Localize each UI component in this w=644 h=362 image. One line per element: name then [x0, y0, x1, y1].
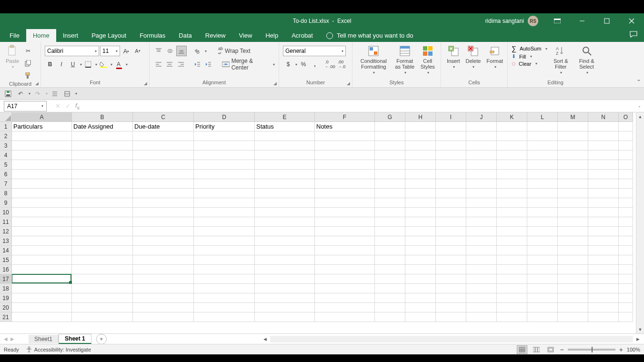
cell[interactable] [558, 284, 588, 293]
cell[interactable] [497, 293, 527, 303]
cell[interactable] [194, 189, 255, 198]
row-header[interactable]: 16 [0, 265, 12, 274]
cell[interactable] [133, 293, 194, 303]
cell[interactable] [315, 265, 375, 274]
tab-home[interactable]: Home [26, 29, 56, 42]
cell[interactable] [588, 170, 619, 179]
cell[interactable] [315, 255, 375, 265]
cell[interactable] [12, 141, 72, 151]
increase-decimal-button[interactable]: .0←.00 [325, 59, 335, 70]
cell[interactable] [527, 236, 558, 246]
cell[interactable] [466, 141, 497, 151]
zoom-slider[interactable] [568, 349, 615, 351]
sheet-nav-next[interactable]: ▶ [10, 336, 14, 342]
cell[interactable] [255, 217, 315, 227]
italic-button[interactable]: I [56, 59, 67, 70]
cell[interactable] [194, 312, 255, 322]
cell[interactable] [375, 293, 405, 303]
redo-button[interactable]: ↷ [32, 89, 43, 99]
comments-icon[interactable] [623, 28, 644, 42]
cell[interactable] [375, 312, 405, 322]
cell[interactable] [405, 303, 436, 312]
cell[interactable] [194, 160, 255, 170]
cell[interactable] [436, 284, 466, 293]
cell[interactable] [619, 255, 633, 265]
cell[interactable] [527, 122, 558, 131]
cell[interactable] [133, 179, 194, 189]
cell[interactable] [436, 265, 466, 274]
cell[interactable] [466, 274, 497, 284]
cell[interactable] [255, 312, 315, 322]
cell[interactable] [588, 274, 619, 284]
column-header[interactable]: B [72, 112, 133, 122]
cell[interactable] [375, 246, 405, 255]
align-left-button[interactable] [153, 59, 164, 70]
cell[interactable] [497, 255, 527, 265]
cell[interactable] [588, 179, 619, 189]
accounting-format-button[interactable]: $ [283, 59, 293, 70]
cell[interactable] [315, 170, 375, 179]
column-header[interactable]: F [315, 112, 375, 122]
cell[interactable] [133, 284, 194, 293]
cell[interactable] [527, 227, 558, 236]
cell[interactable] [527, 170, 558, 179]
cell[interactable] [72, 131, 133, 141]
cell[interactable] [527, 274, 558, 284]
tell-me-search[interactable]: Tell me what you want to do [326, 32, 413, 42]
cell[interactable] [12, 170, 72, 179]
cell[interactable] [497, 151, 527, 160]
cell[interactable] [497, 265, 527, 274]
cell[interactable]: Date Assigned [72, 122, 133, 131]
cell[interactable] [375, 131, 405, 141]
cell[interactable] [558, 265, 588, 274]
cell[interactable] [497, 122, 527, 131]
cell[interactable] [588, 303, 619, 312]
column-header[interactable]: I [436, 112, 466, 122]
cell[interactable] [588, 217, 619, 227]
column-header[interactable]: J [466, 112, 497, 122]
column-header[interactable]: O [619, 112, 633, 122]
cell[interactable] [72, 217, 133, 227]
cell[interactable] [375, 303, 405, 312]
cell[interactable] [72, 179, 133, 189]
format-as-table-button[interactable]: Format as Table▾ [392, 44, 418, 76]
column-header[interactable]: L [527, 112, 558, 122]
cell[interactable] [619, 122, 633, 131]
cell[interactable] [315, 293, 375, 303]
cell[interactable] [527, 303, 558, 312]
cell[interactable] [466, 284, 497, 293]
cell[interactable] [619, 274, 633, 284]
tab-file[interactable]: File [3, 29, 26, 42]
cell[interactable] [72, 274, 133, 284]
cell[interactable] [194, 265, 255, 274]
page-break-view-button[interactable] [545, 345, 556, 354]
close-icon[interactable] [621, 13, 642, 29]
cell[interactable] [558, 208, 588, 217]
cell[interactable] [588, 255, 619, 265]
cell[interactable] [405, 198, 436, 208]
cell[interactable] [588, 236, 619, 246]
cell[interactable] [194, 179, 255, 189]
cell[interactable] [375, 170, 405, 179]
cell-styles-button[interactable]: Cell Styles▾ [419, 44, 437, 76]
cell[interactable] [405, 151, 436, 160]
column-header[interactable]: D [194, 112, 255, 122]
cell[interactable] [255, 303, 315, 312]
cell[interactable] [375, 227, 405, 236]
cancel-formula-icon[interactable]: ✕ [55, 102, 60, 110]
cell[interactable] [255, 131, 315, 141]
insert-cells-button[interactable]: Insert▾ [445, 44, 462, 70]
cell[interactable] [375, 160, 405, 170]
cell[interactable] [72, 151, 133, 160]
cell[interactable] [133, 160, 194, 170]
cell[interactable] [466, 160, 497, 170]
cell[interactable] [619, 293, 633, 303]
cell[interactable] [315, 303, 375, 312]
cell[interactable] [315, 189, 375, 198]
cell[interactable] [405, 160, 436, 170]
cell[interactable] [436, 217, 466, 227]
clipboard-dialog-launcher[interactable]: ◢ [34, 80, 40, 86]
bold-button[interactable]: B [45, 59, 55, 70]
align-top-button[interactable] [153, 46, 164, 56]
cell[interactable] [527, 265, 558, 274]
